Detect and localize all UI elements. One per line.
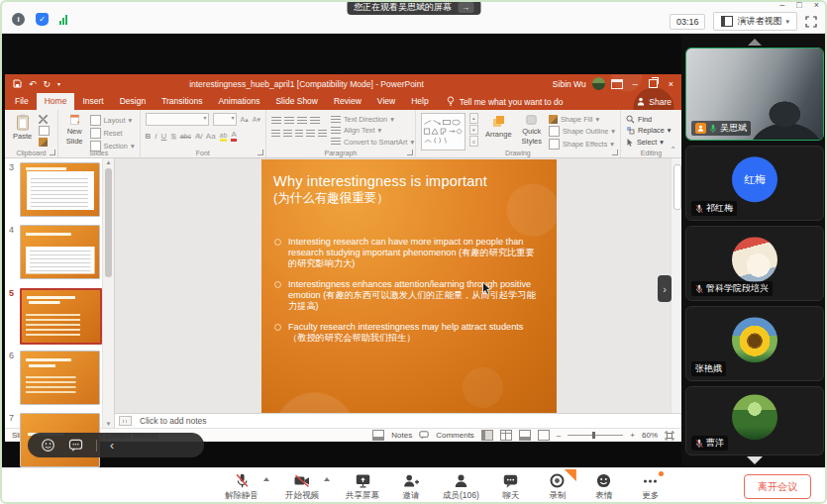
participants-scroll-down-icon[interactable] bbox=[747, 456, 763, 464]
replace-button[interactable]: Replace ▾ bbox=[626, 126, 671, 135]
justify-icon[interactable] bbox=[306, 130, 315, 138]
participant-tile-video[interactable]: 吴思斌 bbox=[685, 48, 824, 141]
paste-button[interactable]: Paste bbox=[10, 113, 35, 147]
tell-me-box[interactable]: Tell me what you want to do bbox=[447, 93, 564, 110]
meeting-info-icon[interactable]: i bbox=[12, 13, 25, 26]
tab-animations[interactable]: Animations bbox=[210, 93, 267, 110]
slide-thumbnail-4[interactable] bbox=[20, 225, 100, 279]
participant-tile[interactable]: 曹洋 bbox=[685, 386, 824, 455]
font-dialog-launcher[interactable] bbox=[258, 150, 263, 155]
participant-tile[interactable]: 红梅 祁红梅 bbox=[685, 146, 824, 221]
underline-button[interactable]: U bbox=[161, 132, 167, 141]
increase-indent-icon[interactable] bbox=[310, 117, 320, 125]
slide-title-chinese[interactable]: (为什么有趣很重要） bbox=[273, 190, 545, 207]
scroll-up-icon[interactable]: ▲ bbox=[103, 159, 114, 165]
find-button[interactable]: Find bbox=[626, 115, 671, 124]
shapes-more-icon[interactable]: ≡ bbox=[469, 136, 478, 147]
tab-view[interactable]: View bbox=[369, 93, 403, 110]
next-slide-chip[interactable]: › bbox=[658, 275, 672, 302]
tab-review[interactable]: Review bbox=[326, 93, 369, 110]
collapse-quickbar-icon[interactable]: ‹ bbox=[110, 440, 114, 452]
tab-home[interactable]: Home bbox=[37, 93, 75, 110]
video-options-caret[interactable] bbox=[324, 477, 330, 481]
font-size-combobox[interactable] bbox=[213, 113, 237, 126]
tab-help[interactable]: Help bbox=[403, 93, 436, 110]
minimize-button[interactable]: – bbox=[779, 0, 784, 11]
shrink-font-icon[interactable]: A▾ bbox=[253, 116, 260, 124]
slide-canvas[interactable]: Why interestingness is important (为什么有趣很… bbox=[115, 158, 681, 413]
reading-view-icon[interactable] bbox=[519, 430, 531, 441]
slide-thumbnail-6[interactable] bbox=[20, 351, 100, 405]
zoom-slider-knob[interactable] bbox=[592, 432, 595, 439]
shapes-up-icon[interactable]: ▴ bbox=[469, 113, 478, 124]
fullscreen-icon[interactable] bbox=[805, 16, 817, 28]
shapes-gallery[interactable] bbox=[421, 113, 465, 151]
scrollbar-thumb[interactable] bbox=[105, 168, 112, 277]
bold-button[interactable]: B bbox=[146, 132, 152, 141]
maximize-button[interactable]: □ bbox=[796, 0, 801, 11]
shape-effects-button[interactable]: Shape Effects ▾ bbox=[549, 139, 615, 150]
canvas-scrollbar-thumb[interactable] bbox=[673, 164, 681, 210]
format-painter-icon[interactable] bbox=[39, 138, 48, 147]
highlight-color-button[interactable]: ab bbox=[220, 132, 228, 142]
numbering-icon[interactable] bbox=[284, 117, 294, 125]
tab-transitions[interactable]: Transitions bbox=[154, 93, 210, 110]
notes-toggle-icon[interactable] bbox=[372, 430, 384, 441]
align-center-icon[interactable] bbox=[283, 130, 292, 138]
account-avatar[interactable] bbox=[592, 77, 605, 90]
shadow-button[interactable]: S bbox=[170, 132, 175, 141]
select-button[interactable]: Select ▾ bbox=[626, 138, 671, 147]
members-button[interactable]: 成员(106) bbox=[443, 472, 479, 502]
unmute-button[interactable]: 解除静音 bbox=[225, 472, 258, 502]
convert-smartart-button[interactable]: Convert to SmartArt ▾ bbox=[331, 138, 414, 147]
change-case-button[interactable]: Aa bbox=[206, 132, 216, 141]
ppt-restore-button[interactable] bbox=[649, 79, 658, 88]
participant-tile[interactable]: 张艳娥 bbox=[685, 306, 824, 381]
grow-font-icon[interactable]: A▴ bbox=[241, 116, 249, 124]
strikethrough-button[interactable]: abc bbox=[180, 133, 191, 140]
notes-pane[interactable]: Click to add notes bbox=[115, 413, 681, 428]
current-slide[interactable]: Why interestingness is important (为什么有趣很… bbox=[261, 159, 557, 413]
canvas-scrollbar[interactable] bbox=[671, 158, 681, 413]
new-slide-button[interactable]: New Slide bbox=[63, 113, 86, 147]
columns-icon[interactable] bbox=[318, 130, 327, 138]
slide-title[interactable]: Why interestingness is important bbox=[273, 173, 545, 189]
network-signal-icon[interactable] bbox=[59, 15, 67, 25]
save-icon[interactable] bbox=[13, 79, 22, 88]
participant-tile[interactable]: 管科学院段培兴 bbox=[685, 226, 824, 301]
scroll-down-icon[interactable]: ▼ bbox=[103, 421, 114, 427]
zoom-in-button[interactable]: + bbox=[630, 431, 635, 440]
cut-icon[interactable] bbox=[39, 115, 48, 124]
fit-slide-icon[interactable] bbox=[665, 431, 674, 441]
record-button[interactable]: 录制 bbox=[543, 472, 572, 502]
comments-icon[interactable] bbox=[419, 431, 429, 440]
share-button[interactable]: Share bbox=[637, 93, 681, 110]
floating-quickbar[interactable]: ‹ bbox=[28, 433, 204, 457]
shape-outline-button[interactable]: Shape Outline ▾ bbox=[549, 126, 615, 137]
security-shield-icon[interactable]: ✓ bbox=[36, 13, 49, 26]
italic-button[interactable]: I bbox=[155, 132, 156, 141]
slide-sorter-view-icon[interactable] bbox=[500, 430, 512, 441]
slideshow-view-icon[interactable] bbox=[538, 430, 550, 441]
ribbon-display-options-icon[interactable] bbox=[611, 79, 623, 89]
redo-icon[interactable]: ↻ bbox=[44, 79, 52, 89]
clipboard-dialog-launcher[interactable] bbox=[50, 150, 55, 155]
collapse-ribbon-icon[interactable]: ⌃ bbox=[670, 146, 676, 154]
start-video-button[interactable]: 开始视频 bbox=[285, 472, 319, 502]
tab-slideshow[interactable]: Slide Show bbox=[267, 93, 326, 110]
share-screen-button[interactable]: 共享屏幕 bbox=[346, 472, 379, 502]
arrange-button[interactable]: Arrange bbox=[482, 113, 515, 147]
align-left-icon[interactable] bbox=[271, 130, 280, 138]
ppt-minimize-button[interactable]: – bbox=[633, 79, 638, 89]
slide-bullet-list[interactable]: Interesting research can have more impac… bbox=[274, 237, 543, 344]
emoji-button[interactable]: 表情 bbox=[589, 472, 619, 502]
thumbnail-scrollbar[interactable]: ▲ ▼ bbox=[102, 158, 114, 428]
banner-arrow-icon[interactable]: → bbox=[458, 2, 473, 13]
audio-options-caret[interactable] bbox=[263, 477, 269, 481]
leave-meeting-button[interactable]: 离开会议 bbox=[744, 474, 811, 499]
reset-button[interactable]: Reset bbox=[90, 128, 135, 139]
layout-button[interactable]: Layout ▾ bbox=[90, 115, 135, 126]
chat-quick-icon[interactable] bbox=[68, 439, 83, 453]
shapes-down-icon[interactable]: ▾ bbox=[469, 125, 478, 136]
align-text-button[interactable]: Align Text ▾ bbox=[331, 126, 414, 135]
